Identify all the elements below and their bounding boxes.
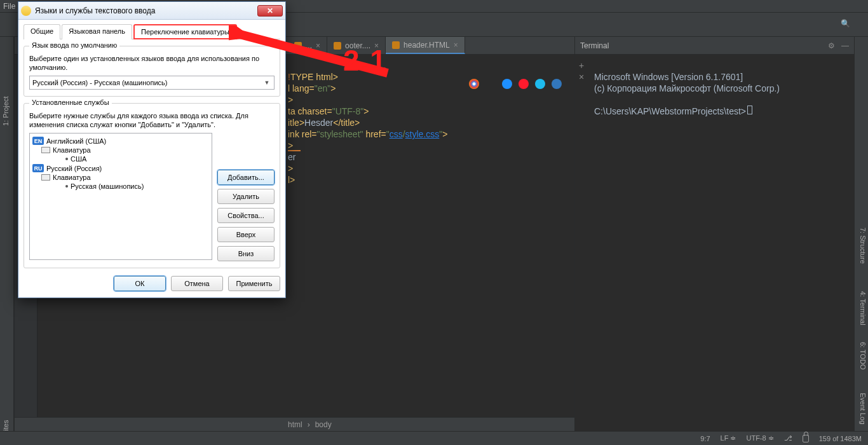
tab-file-1[interactable]: ...×	[288, 37, 327, 54]
tab-language-panel[interactable]: Языковая панель	[62, 24, 132, 39]
status-line-sep[interactable]: LF ≑	[721, 434, 736, 442]
cursor-icon	[747, 106, 752, 114]
terminal-title: Terminal	[580, 41, 609, 50]
tool-project[interactable]: 1: Project	[2, 97, 10, 126]
search-icon[interactable]: 🔍	[841, 19, 850, 28]
terminal-side-buttons: + ×	[579, 60, 584, 83]
tree-en[interactable]: ENАнглийский (США)	[32, 136, 209, 146]
group-title: Язык ввода по умолчанию	[29, 41, 119, 49]
down-button[interactable]: Вниз	[217, 246, 275, 261]
ok-button[interactable]: ОК	[114, 276, 166, 291]
close-icon[interactable]: ×	[316, 41, 320, 50]
tool-structure[interactable]: 7: Structure	[859, 228, 867, 264]
group-installed-services: Установленные службы Выберите нужные слу…	[24, 103, 280, 268]
terminal-panel: Terminal ⚙ — + ×Microsoft Windows [Versi…	[574, 37, 854, 431]
dialog-footer: ОК Отмена Применить	[24, 276, 280, 291]
breadcrumb: html › body	[15, 417, 574, 431]
file-icon	[334, 42, 341, 50]
services-tree[interactable]: ENАнглийский (США) Клавиатура США RUРусс…	[29, 133, 212, 260]
bullet-icon	[65, 158, 68, 160]
menu-file[interactable]: File	[3, 2, 15, 11]
status-encoding[interactable]: UTF-8 ≑	[746, 434, 773, 442]
crumb-html[interactable]: html	[288, 420, 302, 429]
status-position[interactable]: 9:7	[700, 435, 710, 442]
add-button[interactable]: Добавить...	[217, 170, 275, 185]
close-icon[interactable]: ×	[454, 41, 458, 50]
text-services-dialog: Языки и службы текстового ввода ✕ Общие …	[18, 1, 286, 298]
group-title: Установленные службы	[29, 99, 112, 106]
tree-ru-kb[interactable]: Клавиатура	[32, 173, 209, 182]
en-badge: EN	[32, 137, 44, 145]
dialog-titlebar[interactable]: Языки и службы текстового ввода ✕	[18, 2, 285, 20]
ie-icon[interactable]	[535, 79, 545, 89]
tool-eventlog[interactable]: Event Log	[859, 393, 867, 425]
group-default-language: Язык ввода по умолчанию Выберите один из…	[24, 46, 280, 97]
cancel-button[interactable]: Отмена	[171, 276, 223, 291]
tab-keyboard-switch[interactable]: Переключение клавиатуры	[133, 24, 237, 39]
group-text: Выберите один из установленных языков вв…	[29, 54, 275, 72]
up-button[interactable]: Вверх	[217, 227, 275, 242]
code-content: !TYPE html> l lang="en"> > ta charset="U…	[288, 60, 447, 186]
left-tool-rail: 1: Project 2: Favorites	[0, 37, 14, 431]
lock-icon[interactable]	[803, 435, 809, 442]
terminal-body[interactable]: + ×Microsoft Windows [Version 6.1.7601] …	[575, 55, 854, 431]
tree-ru-layout[interactable]: Русская (машинопись)	[32, 182, 209, 191]
opera-icon[interactable]	[519, 79, 529, 89]
gear-icon[interactable]: ⚙	[828, 41, 835, 50]
tab-file-3[interactable]: header.HTML×	[386, 37, 465, 54]
dialog-tabs: Общие Языковая панель Переключение клави…	[24, 24, 280, 39]
right-tool-rail: 7: Structure 4: Terminal 6: TODO Event L…	[854, 37, 868, 431]
chrome-icon[interactable]	[469, 79, 479, 89]
bullet-icon	[65, 185, 68, 188]
file-icon	[294, 42, 302, 50]
chevron-down-icon: ▼	[262, 79, 271, 86]
browser-preview-icons	[469, 79, 562, 89]
dialog-close-button[interactable]: ✕	[257, 5, 283, 17]
tab-general[interactable]: Общие	[24, 24, 60, 39]
tool-terminal[interactable]: 4: Terminal	[859, 291, 867, 325]
dialog-body: Общие Языковая панель Переключение клави…	[18, 20, 285, 298]
status-memory[interactable]: 159 of 1483M	[819, 435, 862, 442]
tree-en-kb[interactable]: Клавиатура	[32, 146, 209, 154]
keyboard-icon	[41, 174, 50, 181]
tree-en-layout[interactable]: США	[32, 154, 209, 163]
file-icon	[392, 41, 400, 49]
group-text: Выберите нужные службы для каждого языка…	[29, 111, 275, 129]
default-language-combo[interactable]: Русский (Россия) - Русская (машинопись) …	[29, 76, 275, 90]
properties-button[interactable]: Свойства...	[217, 208, 275, 223]
dialog-title: Языки и службы текстового ввода	[35, 6, 257, 15]
crumb-body[interactable]: body	[315, 420, 332, 429]
ru-badge: RU	[32, 164, 44, 172]
term-line-1: Microsoft Windows [Version 6.1.7601]	[594, 72, 743, 82]
dialog-app-icon	[21, 6, 31, 16]
combo-value: Русский (Россия) - Русская (машинопись)	[32, 79, 167, 86]
annotation-label: 2.1	[343, 43, 388, 78]
service-buttons: Добавить... Удалить Свойства... Вверх Вн…	[217, 170, 275, 261]
delete-button[interactable]: Удалить	[217, 189, 275, 204]
status-bar: 9:7 LF ≑ UTF-8 ≑ ⎇ 159 of 1483M	[0, 431, 868, 445]
apply-button[interactable]: Применить	[228, 276, 280, 291]
git-icon[interactable]: ⎇	[784, 434, 792, 442]
safari-icon[interactable]	[502, 79, 512, 89]
tree-ru[interactable]: RUРусский (Россия)	[32, 163, 209, 173]
error-underline	[288, 150, 301, 151]
terminal-header: Terminal ⚙ —	[575, 37, 854, 55]
edge-icon[interactable]	[552, 79, 562, 89]
minimize-icon[interactable]: —	[841, 41, 849, 50]
firefox-icon[interactable]	[485, 79, 496, 89]
term-line-2: (c) Корпорация Майкрософт (Microsoft Cor…	[594, 83, 780, 93]
keyboard-icon	[41, 147, 50, 153]
chevron-right-icon: ›	[308, 420, 310, 429]
term-prompt: C:\Users\KAP\WebstormProjects\test>	[594, 106, 746, 116]
tool-todo[interactable]: 6: TODO	[859, 342, 867, 370]
